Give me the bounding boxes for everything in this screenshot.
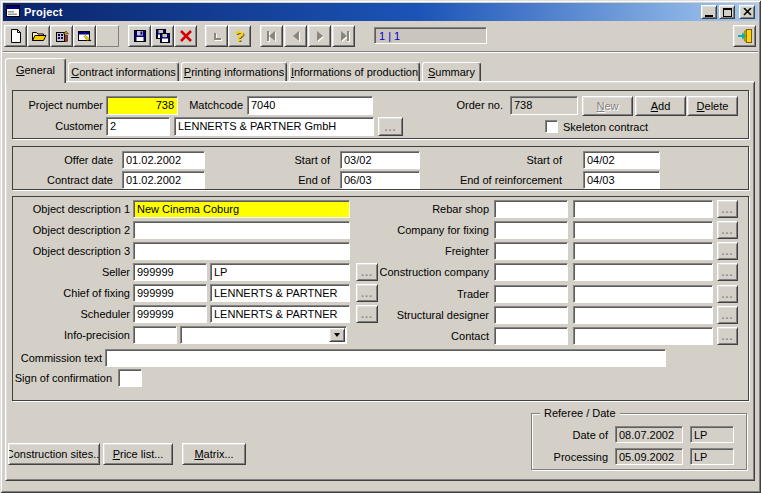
record-counter: 1 | 1 bbox=[374, 27, 487, 44]
delete-record-button[interactable] bbox=[174, 25, 197, 47]
commission-text-label: Commission text bbox=[8, 352, 102, 364]
matrix-button[interactable]: Matrix... bbox=[182, 443, 246, 465]
processing-field: 05.09.2002 bbox=[615, 448, 683, 465]
freighter-name-field[interactable] bbox=[573, 242, 713, 260]
price-list-button[interactable]: Price list... bbox=[103, 443, 173, 465]
construction-sites-button[interactable]: Construction sites... bbox=[8, 443, 100, 465]
sign-of-confirmation-field[interactable] bbox=[118, 369, 142, 387]
seller-code-field[interactable]: 999999 bbox=[133, 263, 207, 281]
scheduler-code-field[interactable]: 999999 bbox=[133, 305, 207, 323]
freighter-code-field[interactable] bbox=[494, 242, 568, 260]
date-of-field: 08.07.2002 bbox=[615, 426, 683, 443]
construction-company-code-field[interactable] bbox=[494, 263, 568, 281]
open-button[interactable] bbox=[27, 25, 50, 47]
rebar-shop-code-field[interactable] bbox=[494, 200, 568, 218]
trader-name-field[interactable] bbox=[573, 285, 713, 303]
construction-company-label: Construction company bbox=[360, 266, 489, 278]
delete-button[interactable]: Delete bbox=[687, 96, 738, 116]
offer-date-label: Offer date bbox=[20, 154, 113, 166]
end-of-field[interactable]: 06/03 bbox=[340, 171, 420, 189]
tab-contract-informations[interactable]: Contract informations bbox=[68, 62, 179, 81]
contract-date-field[interactable]: 01.02.2002 bbox=[122, 171, 205, 189]
company-for-fixing-browse-button[interactable]: ... bbox=[717, 221, 738, 239]
object-description-1-field[interactable]: New Cinema Coburg bbox=[133, 200, 350, 218]
scheduler-name-field[interactable]: LENNERTS & PARTNER bbox=[210, 305, 350, 323]
freighter-label: Freighter bbox=[360, 245, 489, 257]
end-of-reinforcement-field[interactable]: 04/03 bbox=[583, 171, 660, 189]
rebar-shop-browse-button[interactable]: ... bbox=[717, 200, 738, 218]
toolbar-separator bbox=[3, 51, 758, 53]
new-record-button[interactable] bbox=[4, 25, 27, 47]
add-button[interactable]: Add bbox=[635, 96, 686, 116]
save-button[interactable] bbox=[128, 25, 151, 47]
trader-code-field[interactable] bbox=[494, 285, 568, 303]
delete-icon bbox=[178, 28, 194, 44]
app-icon bbox=[6, 4, 20, 20]
nav-first-button bbox=[260, 25, 283, 47]
exit-button[interactable] bbox=[733, 25, 756, 47]
customer-lookup-button[interactable] bbox=[50, 25, 73, 47]
nav-next-button bbox=[308, 25, 331, 47]
structural-designer-name-field[interactable] bbox=[573, 306, 713, 324]
contact-code-field[interactable] bbox=[494, 327, 568, 345]
object-description-3-field[interactable] bbox=[133, 242, 350, 260]
matchcode-field[interactable]: 7040 bbox=[247, 96, 373, 115]
minimize-button[interactable] bbox=[701, 5, 717, 19]
trader-browse-button[interactable]: ... bbox=[717, 285, 738, 303]
save-icon bbox=[132, 28, 148, 44]
company-for-fixing-name-field[interactable] bbox=[573, 221, 713, 239]
maximize-button[interactable] bbox=[719, 5, 735, 19]
start-of-field-2[interactable]: 04/02 bbox=[583, 151, 660, 169]
contact-label: Contact bbox=[360, 330, 489, 342]
commission-text-field[interactable] bbox=[105, 349, 666, 367]
chevron-down-icon bbox=[334, 333, 340, 337]
nav-prev-button bbox=[284, 25, 307, 47]
company-for-fixing-code-field[interactable] bbox=[494, 221, 568, 239]
customer-name-field[interactable]: LENNERTS & PARTNER GmbH bbox=[174, 117, 374, 136]
help-button[interactable]: ? bbox=[228, 25, 251, 47]
help-icon: ? bbox=[235, 29, 244, 43]
minimize-icon bbox=[705, 15, 713, 17]
tab-summary[interactable]: Summary bbox=[422, 62, 481, 81]
matchcode-label: Matchcode bbox=[160, 99, 243, 111]
tab-informations-of-production[interactable]: Informations of production bbox=[289, 62, 420, 81]
seller-name-field[interactable]: LP bbox=[210, 263, 350, 281]
edit-form-button[interactable] bbox=[73, 25, 96, 47]
chief-of-fixing-name-field[interactable]: LENNERTS & PARTNER bbox=[210, 284, 350, 302]
project-number-label: Project number bbox=[8, 99, 103, 111]
offer-date-field[interactable]: 01.02.2002 bbox=[122, 151, 205, 169]
customer-browse-button[interactable]: ... bbox=[378, 117, 403, 136]
start-of-field-1[interactable]: 03/02 bbox=[340, 151, 420, 169]
new-icon bbox=[8, 28, 24, 44]
nav-prev-icon bbox=[288, 28, 304, 44]
new-button: New bbox=[582, 96, 633, 116]
save-all-button[interactable] bbox=[151, 25, 174, 47]
contact-name-field[interactable] bbox=[573, 327, 713, 345]
undo-icon bbox=[209, 28, 225, 44]
freighter-browse-button[interactable]: ... bbox=[717, 242, 738, 260]
construction-company-browse-button[interactable]: ... bbox=[717, 263, 738, 281]
info-precision-dropdown-button[interactable] bbox=[329, 328, 345, 342]
chief-of-fixing-code-field[interactable]: 999999 bbox=[133, 284, 207, 302]
object-description-2-field[interactable] bbox=[133, 221, 350, 239]
tab-printing-informations[interactable]: Printing informations bbox=[181, 62, 287, 81]
info-precision-combobox[interactable] bbox=[180, 326, 347, 344]
object-description-1-label: Object description 1 bbox=[8, 203, 130, 215]
contact-browse-button[interactable]: ... bbox=[717, 327, 738, 345]
start-of-label-1: Start of bbox=[250, 154, 330, 166]
close-button[interactable] bbox=[739, 5, 755, 19]
date-of-sign-field: LP bbox=[690, 426, 734, 443]
info-precision-code-field[interactable] bbox=[133, 326, 177, 344]
construction-company-name-field[interactable] bbox=[573, 263, 713, 281]
tab-general[interactable]: General bbox=[5, 58, 66, 83]
structural-designer-code-field[interactable] bbox=[494, 306, 568, 324]
object-description-3-label: Object description 3 bbox=[8, 245, 130, 257]
contract-date-label: Contract date bbox=[20, 174, 113, 186]
order-no-label: Order no. bbox=[410, 99, 503, 111]
skeleton-contract-label: Skeleton contract bbox=[563, 121, 648, 133]
exit-icon bbox=[737, 28, 753, 44]
customer-code-field[interactable]: 2 bbox=[106, 117, 170, 136]
rebar-shop-name-field[interactable] bbox=[573, 200, 713, 218]
structural-designer-browse-button[interactable]: ... bbox=[717, 306, 738, 324]
skeleton-contract-checkbox[interactable] bbox=[545, 120, 558, 133]
